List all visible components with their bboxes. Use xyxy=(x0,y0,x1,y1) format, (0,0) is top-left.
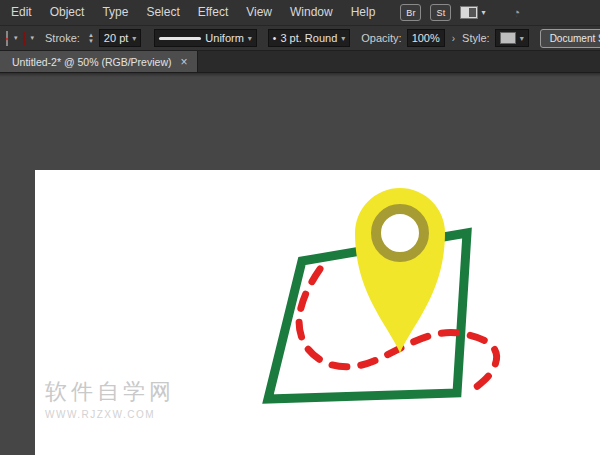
document-setup-button[interactable]: Document Setup xyxy=(540,29,600,48)
width-profile-dropdown[interactable]: Uniform ▾ xyxy=(154,29,257,47)
menu-effect[interactable]: Effect xyxy=(189,0,237,25)
style-label: Style: xyxy=(462,32,490,44)
chevron-down-icon: ▾ xyxy=(520,34,524,43)
control-bar: ▾ ▾ Stroke: ▲▼ 20 pt ▾ Uniform ▾ • 3 pt.… xyxy=(0,26,600,51)
width-profile-value: Uniform xyxy=(205,32,244,44)
stroke-color-swatch[interactable] xyxy=(23,32,25,45)
chevron-more-icon[interactable]: › xyxy=(452,33,455,44)
chevron-down-icon: ▾ xyxy=(481,8,485,17)
document-tab-bar: Untitled-2* @ 50% (RGB/Preview) × xyxy=(0,51,600,73)
chevron-down-icon: ▾ xyxy=(341,34,345,43)
brush-dot-icon: • xyxy=(273,33,277,44)
artboard[interactable]: 软件自学网 WWW.RJZXW.COM xyxy=(35,170,600,455)
opacity-label: Opacity: xyxy=(361,32,401,44)
arrange-documents-glyph xyxy=(460,6,478,19)
menu-object[interactable]: Object xyxy=(41,0,94,25)
document-tab[interactable]: Untitled-2* @ 50% (RGB/Preview) × xyxy=(0,51,198,72)
menu-type[interactable]: Type xyxy=(93,0,137,25)
stroke-weight-field[interactable]: 20 pt ▾ xyxy=(99,29,141,47)
fill-none-swatch[interactable] xyxy=(6,31,8,46)
menu-view[interactable]: View xyxy=(237,0,281,25)
close-icon[interactable]: × xyxy=(180,56,187,68)
watermark-text-cn: 软件自学网 xyxy=(45,377,175,407)
opacity-field[interactable]: 100% xyxy=(407,29,445,47)
watermark-text-url: WWW.RJZXW.COM xyxy=(45,409,175,420)
chevron-down-icon[interactable]: ▾ xyxy=(14,34,18,42)
menubar-icon-group: Br St ▾ ◔ xyxy=(400,4,520,21)
stroke-label: Stroke: xyxy=(45,32,80,44)
brush-name: 3 pt. Round xyxy=(280,32,337,44)
style-swatch-icon xyxy=(500,32,516,44)
menu-select[interactable]: Select xyxy=(137,0,188,25)
document-tab-title: Untitled-2* @ 50% (RGB/Preview) xyxy=(12,56,171,68)
menu-window[interactable]: Window xyxy=(281,0,342,25)
workspace-icon[interactable]: ◔ xyxy=(512,5,520,20)
watermark: 软件自学网 WWW.RJZXW.COM xyxy=(45,377,175,420)
opacity-value: 100% xyxy=(412,32,440,44)
stroke-weight-stepper[interactable]: ▲▼ xyxy=(88,32,94,44)
style-dropdown[interactable]: ▾ xyxy=(495,29,529,47)
illustrator-window: Edit Object Type Select Effect View Wind… xyxy=(0,0,600,455)
menu-edit[interactable]: Edit xyxy=(2,0,41,25)
uniform-width-line-icon xyxy=(159,37,201,40)
chevron-down-icon: ▾ xyxy=(132,34,136,43)
chevron-down-icon[interactable]: ▾ xyxy=(31,34,35,42)
chevron-down-icon: ▾ xyxy=(248,34,252,43)
menu-bar: Edit Object Type Select Effect View Wind… xyxy=(0,0,600,26)
bridge-icon[interactable]: Br xyxy=(400,4,421,21)
arrange-documents-icon[interactable]: ▾ xyxy=(460,6,485,19)
canvas-area[interactable]: 软件自学网 WWW.RJZXW.COM xyxy=(0,73,600,455)
stroke-weight-value: 20 pt xyxy=(104,32,128,44)
brush-dropdown[interactable]: • 3 pt. Round ▾ xyxy=(268,29,350,47)
menu-help[interactable]: Help xyxy=(342,0,385,25)
stock-icon[interactable]: St xyxy=(430,4,451,21)
